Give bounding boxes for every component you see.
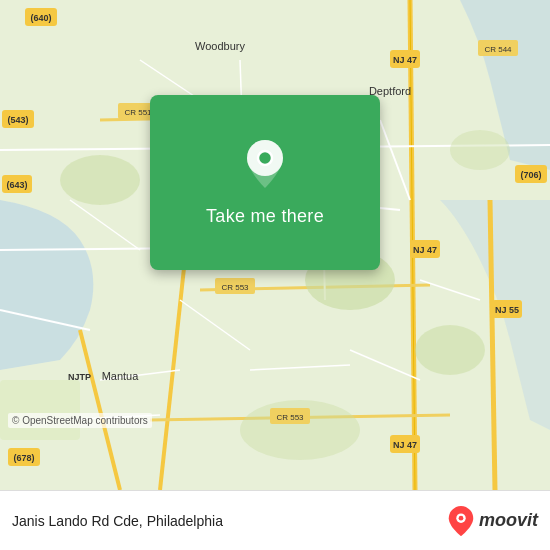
svg-text:(643): (643) — [6, 180, 27, 190]
map-container: (640) (543) (643) CR 551 NJ 47 CR 544 NJ… — [0, 0, 550, 490]
moovit-logo: moovit — [447, 505, 538, 537]
moovit-pin-icon — [447, 505, 475, 537]
svg-text:CR 544: CR 544 — [484, 45, 512, 54]
svg-point-42 — [459, 515, 464, 520]
svg-rect-5 — [0, 380, 80, 440]
svg-point-2 — [415, 325, 485, 375]
svg-text:CR 551: CR 551 — [124, 108, 152, 117]
location-pin-icon — [243, 138, 287, 190]
svg-text:NJ 55: NJ 55 — [495, 305, 519, 315]
svg-point-4 — [450, 130, 510, 170]
svg-point-3 — [60, 155, 140, 205]
take-me-there-button[interactable]: Take me there — [206, 206, 324, 227]
svg-text:NJ 47: NJ 47 — [413, 245, 437, 255]
svg-text:NJTP: NJTP — [68, 372, 91, 382]
svg-text:(678): (678) — [13, 453, 34, 463]
location-name: Janis Lando Rd Cde, Philadelphia — [12, 513, 447, 529]
svg-text:CR 553: CR 553 — [221, 283, 249, 292]
svg-point-40 — [258, 151, 272, 165]
location-card[interactable]: Take me there — [150, 95, 380, 270]
svg-text:NJ 47: NJ 47 — [393, 440, 417, 450]
moovit-app-name: moovit — [479, 510, 538, 531]
svg-text:Mantua: Mantua — [102, 370, 140, 382]
svg-text:(543): (543) — [7, 115, 28, 125]
svg-text:NJ 47: NJ 47 — [393, 55, 417, 65]
svg-text:CR 553: CR 553 — [276, 413, 304, 422]
copyright-text: © OpenStreetMap contributors — [8, 413, 152, 428]
bottom-bar: Janis Lando Rd Cde, Philadelphia moovit — [0, 490, 550, 550]
svg-text:(706): (706) — [520, 170, 541, 180]
svg-text:Woodbury: Woodbury — [195, 40, 245, 52]
svg-text:(640): (640) — [30, 13, 51, 23]
